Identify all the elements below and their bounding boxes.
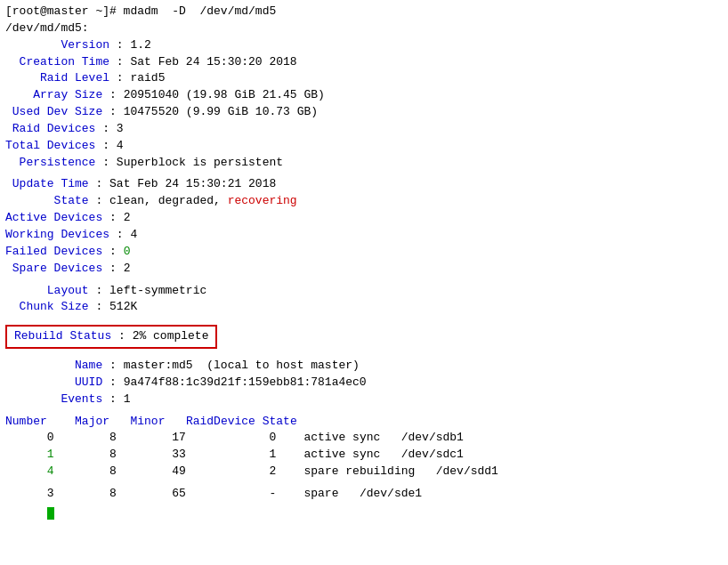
cursor-line [5, 503, 723, 520]
command-line: [root@master ~]# mdadm -D /dev/md/md5 [5, 4, 723, 20]
terminal-cursor [47, 507, 54, 520]
failed-devices-line: Failed Devices : 0 [5, 244, 723, 261]
update-time-line: Update Time : Sat Feb 24 15:30:21 2018 [5, 176, 723, 193]
raid-level-line: Raid Level : raid5 [5, 70, 723, 87]
raid-devices-line: Raid Devices : 3 [5, 121, 723, 138]
version-line: Version : 1.2 [5, 37, 723, 54]
rebuild-status-box: Rebuild Status : 2% complete [5, 325, 217, 349]
total-devices-line: Total Devices : 4 [5, 138, 723, 155]
used-dev-size-line: Used Dev Size : 10475520 (9.99 GiB 10.73… [5, 104, 723, 121]
table-row-1: 1 8 33 1 active sync /dev/sdc1 [5, 447, 723, 464]
chunk-size-line: Chunk Size : 512K [5, 299, 723, 316]
uuid-line: UUID : 9a474f88:1c39d21f:159ebb81:781a4e… [5, 375, 723, 391]
device-line: /dev/md/md5: [5, 20, 723, 37]
array-size-line: Array Size : 20951040 (19.98 GiB 21.45 G… [5, 87, 723, 104]
events-line: Events : 1 [5, 391, 723, 408]
spare-devices-line: Spare Devices : 2 [5, 261, 723, 278]
state-line: State : clean, degraded, recovering [5, 193, 723, 210]
creation-time-line: Creation Time : Sat Feb 24 15:30:20 2018 [5, 54, 723, 71]
table-row-0: 0 8 17 0 active sync /dev/sdb1 [5, 430, 723, 447]
table-row-4: 4 8 49 2 spare rebuilding /dev/sdd1 [5, 464, 723, 480]
terminal-window: [root@master ~]# mdadm -D /dev/md/md5 /d… [0, 0, 728, 523]
layout-line: Layout : left-symmetric [5, 283, 723, 300]
persistence-line: Persistence : Superblock is persistent [5, 155, 723, 172]
table-row-3: 3 8 65 - spare /dev/sde1 [5, 486, 723, 503]
working-devices-line: Working Devices : 4 [5, 227, 723, 244]
name-line: Name : master:md5 (local to host master) [5, 358, 723, 375]
active-devices-line: Active Devices : 2 [5, 210, 723, 227]
rebuild-status-line: Rebuild Status : 2% complete [14, 329, 208, 343]
table-header-line: Number Major Minor RaidDevice State [5, 414, 723, 431]
